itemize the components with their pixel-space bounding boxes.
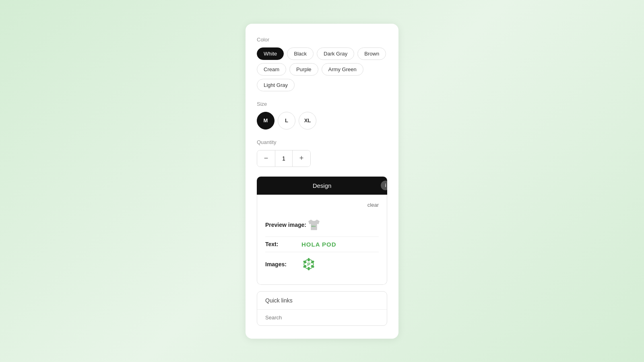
color-btn-cream[interactable]: Cream <box>257 63 286 76</box>
design-images-row: Images: P <box>265 252 379 276</box>
color-btn-army-green[interactable]: Army Green <box>322 63 363 76</box>
quantity-value: 1 <box>275 150 293 167</box>
design-text-value: HOLA POD <box>301 241 336 248</box>
color-label: Color <box>257 37 387 43</box>
color-btn-brown[interactable]: Brown <box>357 47 386 60</box>
quantity-increment-button[interactable]: + <box>293 150 310 167</box>
design-body: clear Preview image: HOLA Text: HOLA POD <box>257 195 387 285</box>
svg-point-3 <box>308 258 310 261</box>
design-header: Design <box>257 177 387 195</box>
color-btn-white[interactable]: White <box>257 47 284 60</box>
preview-label: Preview image: <box>265 222 306 228</box>
quantity-decrement-button[interactable]: − <box>257 150 275 167</box>
svg-point-6 <box>308 267 310 270</box>
design-header-label: Design <box>313 182 332 189</box>
quantity-label: Quantity <box>257 139 387 145</box>
clear-button[interactable]: clear <box>367 202 379 208</box>
size-btn-xl[interactable]: XL <box>299 112 316 130</box>
svg-text:P: P <box>307 261 310 267</box>
search-field <box>257 310 387 325</box>
green-logo-icon: P <box>301 256 316 271</box>
size-btn-m[interactable]: M <box>257 112 275 130</box>
size-btn-l[interactable]: L <box>278 112 295 130</box>
product-options-card: Color White Black Dark Gray Brown Cream … <box>246 24 398 339</box>
color-options: White Black Dark Gray Brown Cream Purple… <box>257 47 387 91</box>
svg-text:HOLA: HOLA <box>312 226 316 227</box>
quantity-control: − 1 + <box>257 150 311 167</box>
color-btn-purple[interactable]: Purple <box>289 63 318 76</box>
clear-link: clear <box>265 201 379 208</box>
color-btn-dark-gray[interactable]: Dark Gray <box>317 47 354 60</box>
design-preview-row: Preview image: HOLA <box>265 213 379 237</box>
size-section: Size M L XL <box>257 101 387 130</box>
preview-thumbnail[interactable]: HOLA <box>306 217 322 232</box>
size-options: M L XL <box>257 112 387 130</box>
color-btn-light-gray[interactable]: Light Gray <box>257 79 295 91</box>
design-text-row: Text: HOLA POD <box>265 237 379 252</box>
quick-links-section: Quick links <box>257 291 387 326</box>
color-btn-black[interactable]: Black <box>287 47 314 60</box>
tshirt-icon: HOLA <box>307 218 321 232</box>
search-input[interactable] <box>265 315 379 321</box>
color-section: Color White Black Dark Gray Brown Cream … <box>257 37 387 91</box>
quantity-section: Quantity − 1 + <box>257 139 387 167</box>
design-section: Design i clear Preview image: HOLA Text: <box>257 177 387 285</box>
text-label: Text: <box>265 241 301 247</box>
size-label: Size <box>257 101 387 107</box>
images-label: Images: <box>265 261 301 267</box>
design-image-thumb[interactable]: P <box>301 256 316 272</box>
quick-links-header: Quick links <box>257 292 387 310</box>
